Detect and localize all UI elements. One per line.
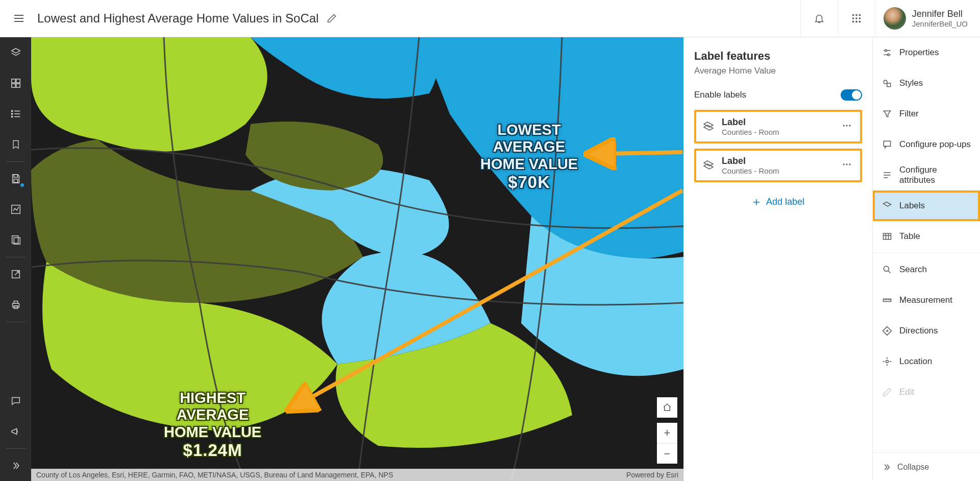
- shapes-icon: [882, 78, 892, 88]
- svg-point-22: [11, 116, 12, 117]
- rail-collapse-label: Collapse: [897, 463, 929, 472]
- comment-icon: [10, 395, 21, 406]
- rail-item-search[interactable]: Search: [873, 254, 980, 285]
- rail-item-location[interactable]: Location: [873, 346, 980, 377]
- label-class-subtitle: Counties - Room: [722, 166, 840, 175]
- sliders-icon: [882, 47, 892, 58]
- rail-label: Location: [899, 356, 932, 367]
- rail-label: Directions: [899, 326, 938, 336]
- announce-button[interactable]: [0, 416, 31, 447]
- layers-icon: [10, 47, 21, 58]
- label-class-options[interactable]: [840, 118, 854, 135]
- edit-title-button[interactable]: [327, 13, 337, 23]
- top-bar-right: Jennifer Bell JenniferBell_UO: [800, 0, 980, 37]
- map-svg: [31, 37, 683, 481]
- zoom-in-button[interactable]: +: [657, 423, 677, 443]
- enable-labels-toggle[interactable]: [841, 89, 862, 101]
- attribution-text: County of Los Angeles, Esri, HERE, Garmi…: [36, 471, 393, 479]
- svg-point-11: [859, 21, 861, 23]
- svg-point-20: [11, 110, 12, 111]
- rail-divider: [6, 257, 26, 257]
- zoom-out-button[interactable]: −: [657, 443, 677, 464]
- label-class-card[interactable]: Label Counties - Room: [694, 149, 862, 182]
- map-canvas[interactable]: Lowest Average Home Value $70K Highest A…: [31, 37, 683, 481]
- avatar: [884, 7, 906, 30]
- print-icon: [10, 299, 21, 310]
- label-class-card[interactable]: Label Counties - Room: [694, 110, 862, 143]
- chart-icon: [10, 204, 21, 215]
- basemap-icon: [10, 78, 21, 89]
- rail-divider: [6, 448, 26, 449]
- expand-rail-button[interactable]: [0, 450, 31, 481]
- user-menu[interactable]: Jennifer Bell JenniferBell_UO: [875, 0, 980, 37]
- rail-item-popups[interactable]: Configure pop-ups: [873, 129, 980, 160]
- save-icon: [10, 173, 21, 184]
- plus-icon: [752, 198, 761, 207]
- filter-icon: [882, 109, 892, 119]
- user-name: Jennifer Bell: [912, 9, 968, 20]
- enable-labels-label: Enable labels: [694, 90, 746, 100]
- svg-point-41: [849, 163, 850, 165]
- rail-item-directions[interactable]: Directions: [873, 316, 980, 346]
- popup-icon: [882, 139, 892, 150]
- dots-icon: [842, 121, 852, 131]
- home-icon: [663, 403, 672, 412]
- directions-icon: [882, 326, 892, 336]
- rail-label: Styles: [899, 78, 923, 88]
- plus-icon: +: [664, 427, 671, 439]
- svg-rect-24: [14, 179, 17, 182]
- svg-rect-26: [12, 236, 18, 244]
- svg-point-37: [846, 125, 847, 126]
- rail-label: Filter: [899, 109, 919, 119]
- svg-point-45: [885, 50, 887, 52]
- rail-item-styles[interactable]: Styles: [873, 68, 980, 99]
- bookmarks-button[interactable]: [0, 129, 31, 160]
- svg-point-4: [855, 14, 857, 16]
- right-rail: Properties Styles Filter Configure pop-u…: [872, 37, 980, 481]
- add-label-button[interactable]: Add label: [694, 187, 862, 217]
- app-launcher-button[interactable]: [838, 0, 875, 37]
- print-button[interactable]: [0, 290, 31, 320]
- comments-button[interactable]: [0, 386, 31, 416]
- label-class-options[interactable]: [840, 157, 854, 174]
- svg-point-47: [888, 54, 890, 56]
- tag-icon: [702, 159, 715, 172]
- legend-button[interactable]: [0, 99, 31, 129]
- svg-point-6: [852, 17, 854, 19]
- rail-label: Configure attributes: [899, 165, 971, 185]
- save-button[interactable]: [0, 163, 31, 194]
- basemap-button[interactable]: [0, 68, 31, 99]
- tag-icon: [702, 121, 715, 133]
- rail-divider: [6, 322, 26, 322]
- rail-item-labels[interactable]: Labels: [873, 190, 980, 221]
- rail-item-filter[interactable]: Filter: [873, 99, 980, 129]
- svg-point-65: [886, 360, 889, 363]
- rail-collapse-button[interactable]: Collapse: [873, 452, 980, 481]
- svg-point-8: [859, 17, 861, 19]
- location-icon: [882, 356, 892, 367]
- label-class-subtitle: Counties - Room: [722, 128, 840, 136]
- chart-button[interactable]: [0, 194, 31, 225]
- notifications-button[interactable]: [800, 0, 838, 37]
- svg-line-59: [888, 271, 891, 273]
- layers-button[interactable]: [0, 37, 31, 68]
- rail-item-attributes[interactable]: Configure attributes: [873, 160, 980, 190]
- attribution-powered-by: Powered by Esri: [626, 471, 678, 479]
- home-button[interactable]: [657, 397, 677, 418]
- panel-subtitle: Average Home Value: [694, 66, 862, 76]
- rail-item-properties[interactable]: Properties: [873, 37, 980, 68]
- rail-item-measurement[interactable]: Measurement: [873, 285, 980, 316]
- rail-item-table[interactable]: Table: [873, 221, 980, 252]
- map-zoom-control: + −: [657, 423, 677, 464]
- add-label-text: Add label: [766, 197, 804, 207]
- rail-label: Search: [899, 264, 927, 275]
- svg-rect-50: [884, 141, 890, 146]
- svg-point-48: [884, 80, 887, 84]
- share-button[interactable]: [0, 259, 31, 290]
- map-title: Lowest and Highest Average Home Values i…: [37, 11, 318, 26]
- forms-button[interactable]: [0, 225, 31, 255]
- dots-icon: [842, 159, 852, 170]
- rail-divider: [873, 253, 980, 253]
- svg-point-7: [855, 17, 857, 19]
- menu-button[interactable]: [0, 0, 37, 37]
